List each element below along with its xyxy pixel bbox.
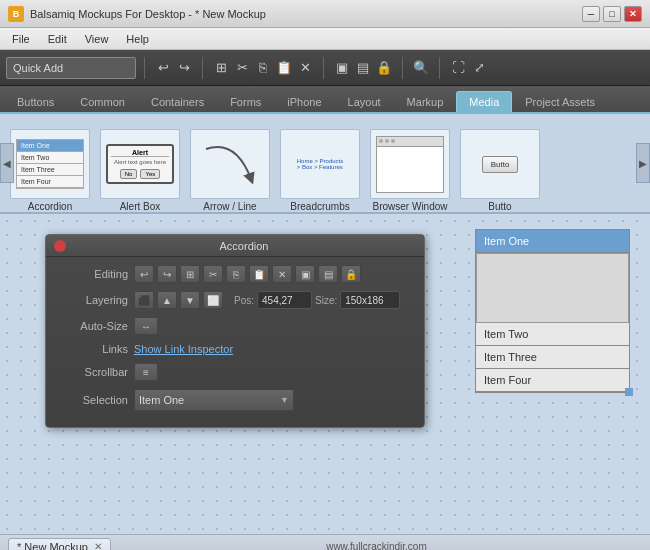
tab-buttons[interactable]: Buttons: [4, 91, 67, 112]
copy-icon[interactable]: ⎘: [253, 58, 273, 78]
gallery-item-button[interactable]: Butto Butto: [460, 129, 540, 212]
edit-paste-btn[interactable]: 📋: [249, 265, 269, 283]
search-icon[interactable]: 🔍: [411, 58, 431, 78]
app-icon: B: [8, 6, 24, 22]
quick-add-input[interactable]: Quick Add: [6, 57, 136, 79]
menu-help[interactable]: Help: [118, 31, 157, 47]
group-icon[interactable]: ▣: [332, 58, 352, 78]
cut-icon[interactable]: ✂: [232, 58, 252, 78]
dropdown-arrow-icon: ▼: [280, 395, 289, 405]
editing-row: Editing ↩ ↪ ⊞ ✂ ⎘ 📋 ✕ ▣ ▤ 🔒: [58, 265, 412, 283]
size-field[interactable]: [340, 291, 400, 309]
show-link-inspector-link[interactable]: Show Link Inspector: [134, 343, 233, 355]
undo-icon[interactable]: ↩: [153, 58, 173, 78]
tab-containers[interactable]: Containers: [138, 91, 217, 112]
fullscreen-icon[interactable]: ⤢: [469, 58, 489, 78]
selection-value: Item One: [139, 394, 184, 406]
layer-front-btn[interactable]: ⬛: [134, 291, 154, 309]
status-bar: * New Mockup ✕ www.fullcrackindir.com: [0, 534, 650, 550]
gallery-item-accordion[interactable]: Item One Item Two Item Three Item Four A…: [10, 129, 90, 212]
edit-undo-btn[interactable]: ↩: [134, 265, 154, 283]
browser-bar: [377, 137, 443, 147]
arrange-group: ▣ ▤ 🔒: [332, 58, 394, 78]
alert-no-btn: No: [120, 169, 138, 179]
toolbar-separator-3: [323, 57, 324, 79]
menu-edit[interactable]: Edit: [40, 31, 75, 47]
main-area: Accordion Editing ↩ ↪ ⊞ ✂ ⎘ 📋 ✕ ▣ ▤: [0, 214, 650, 534]
scrollbar-toggle-btn[interactable]: ≡: [134, 363, 158, 381]
alert-buttons: No Yes: [111, 169, 169, 179]
tab-iphone[interactable]: iPhone: [274, 91, 334, 112]
ungroup-icon[interactable]: ▤: [353, 58, 373, 78]
acc-item-2[interactable]: Item Two: [476, 323, 629, 346]
layering-row: Layering ⬛ ▲ ▼ ⬜ Pos: Size:: [58, 291, 412, 309]
redo-icon[interactable]: ↪: [174, 58, 194, 78]
toolbar-separator-5: [439, 57, 440, 79]
paste-icon[interactable]: 📋: [274, 58, 294, 78]
gallery-prev-arrow[interactable]: ◀: [0, 143, 14, 183]
clone-icon[interactable]: ⊞: [211, 58, 231, 78]
window-title: Balsamiq Mockups For Desktop - * New Moc…: [30, 8, 582, 20]
accordion-widget[interactable]: Item One Item Two Item Three Item Four: [475, 229, 630, 393]
edit-cut-btn[interactable]: ✂: [203, 265, 223, 283]
gallery-item-alert[interactable]: Alert Alert text goes here No Yes Alert …: [100, 129, 180, 212]
button-thumbnail: Butto: [482, 156, 519, 173]
breadcrumb-thumbnail: Home > Products> Box > Features: [297, 158, 344, 170]
main-toolbar: Quick Add ↩ ↪ ⊞ ✂ ⎘ 📋 ✕ ▣ ▤ 🔒 🔍 ⛶ ⤢: [0, 50, 650, 86]
gallery-item-browser[interactable]: Browser Window: [370, 129, 450, 212]
selection-controls: Item One ▼: [134, 389, 412, 411]
tab-forms[interactable]: Forms: [217, 91, 274, 112]
toolbar-separator-2: [202, 57, 203, 79]
browser-body: [377, 147, 443, 192]
tab-media[interactable]: Media: [456, 91, 512, 112]
autosize-btn[interactable]: ↔: [134, 317, 158, 335]
edit-redo-btn[interactable]: ↪: [157, 265, 177, 283]
acc-item-3[interactable]: Item Three: [476, 346, 629, 369]
edit-ungroup-btn[interactable]: ▤: [318, 265, 338, 283]
button-label: Butto: [488, 201, 511, 212]
lock-icon[interactable]: 🔒: [374, 58, 394, 78]
arrow-label: Arrow / Line: [203, 201, 256, 212]
acc-item-4[interactable]: Item Four: [476, 369, 629, 392]
edit-clone-btn[interactable]: ⊞: [180, 265, 200, 283]
alert-title: Alert: [111, 149, 169, 157]
browser-dot-1: [379, 139, 383, 143]
gallery-next-arrow[interactable]: ▶: [636, 143, 650, 183]
links-row: Links Show Link Inspector: [58, 343, 412, 355]
tab-common[interactable]: Common: [67, 91, 138, 112]
tab-markup[interactable]: Markup: [394, 91, 457, 112]
size-label: Size:: [315, 295, 337, 306]
close-button[interactable]: ✕: [624, 6, 642, 22]
edit-delete-btn[interactable]: ✕: [272, 265, 292, 283]
menu-view[interactable]: View: [77, 31, 117, 47]
edit-lock-btn[interactable]: 🔒: [341, 265, 361, 283]
links-label: Links: [58, 343, 128, 355]
document-tab-close-icon[interactable]: ✕: [94, 541, 102, 550]
canvas[interactable]: Accordion Editing ↩ ↪ ⊞ ✂ ⎘ 📋 ✕ ▣ ▤: [0, 214, 650, 534]
delete-icon[interactable]: ✕: [295, 58, 315, 78]
edit-copy-btn[interactable]: ⎘: [226, 265, 246, 283]
alert-preview: Alert Alert text goes here No Yes: [100, 129, 180, 199]
acc-item-1[interactable]: Item One: [476, 230, 629, 253]
layer-backward-btn[interactable]: ▼: [180, 291, 200, 309]
tab-project-assets[interactable]: Project Assets: [512, 91, 608, 112]
toolbar-separator-4: [402, 57, 403, 79]
maximize-button[interactable]: □: [603, 6, 621, 22]
fit-icon[interactable]: ⛶: [448, 58, 468, 78]
acc-preview-item-2: Item Two: [17, 152, 83, 164]
document-tab[interactable]: * New Mockup ✕: [8, 538, 111, 551]
resize-handle[interactable]: [625, 388, 633, 396]
tab-layout[interactable]: Layout: [335, 91, 394, 112]
layer-back-btn[interactable]: ⬜: [203, 291, 223, 309]
gallery-item-breadcrumbs[interactable]: Home > Products> Box > Features Breadcru…: [280, 129, 360, 212]
gallery-item-arrow[interactable]: Arrow / Line: [190, 129, 270, 212]
menu-file[interactable]: File: [4, 31, 38, 47]
scrollbar-row: Scrollbar ≡: [58, 363, 412, 381]
panel-close-button[interactable]: [54, 240, 66, 252]
edit-group-btn[interactable]: ▣: [295, 265, 315, 283]
minimize-button[interactable]: ─: [582, 6, 600, 22]
layer-forward-btn[interactable]: ▲: [157, 291, 177, 309]
pos-field[interactable]: [257, 291, 312, 309]
selection-dropdown[interactable]: Item One ▼: [134, 389, 294, 411]
arrow-preview: [190, 129, 270, 199]
